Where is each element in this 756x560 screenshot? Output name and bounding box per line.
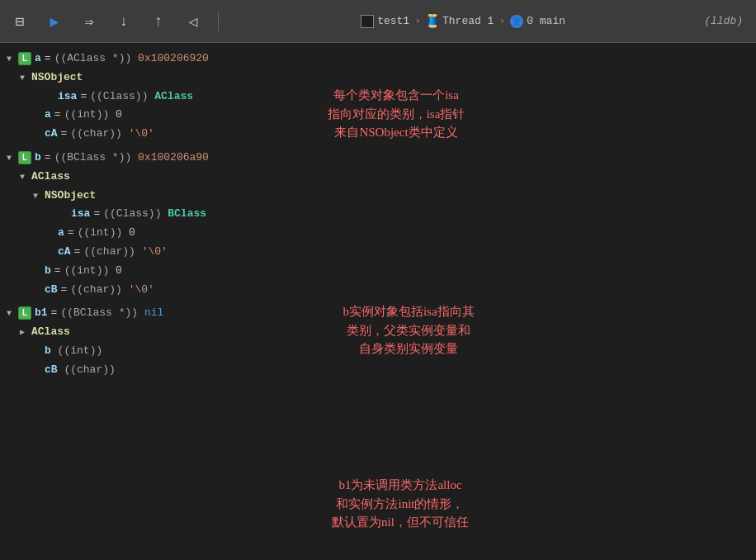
annotation-3: b1为未调用类方法alloc 和实例方法init的情形， 默认置为nil，但不可… [272,476,528,532]
var-value-ca: '\0' [122,126,154,143]
debug-content: L a = ((AClass *)) 0x100206920 NSObject … [0,46,756,383]
var-name-b1: b1 [35,305,48,322]
breadcrumb: test1 › 🧵 Thread 1 › 👤 0 main [361,15,565,28]
var-value-ca2: '\0' [135,244,168,261]
var-value-b: 0x100206a90 [131,149,209,167]
triangle-aclass-b1[interactable] [20,326,30,339]
thread-icon: 🧵 [426,15,439,28]
var-name-a-int: a [45,107,51,124]
dropdown-icon: ⊟ [16,12,25,31]
var-type-a-int: ((int)) [64,107,110,124]
var-value-a2-int: 0 [122,225,135,242]
var-icon-b1: L [18,306,31,320]
var-row-isa-a: isa = ((Class)) AClass [0,88,756,107]
triangle-aclass-b[interactable] [20,171,30,184]
nsobject-a-label: NSObject [31,69,83,87]
breadcrumb-target[interactable]: test1 [361,15,409,28]
var-name-ca: cA [45,126,58,143]
var-row-b1-b: b ((int)) [0,342,756,361]
var-row-b: L b = ((BClass *)) 0x100206a90 [0,149,756,168]
dropdown-button[interactable]: ⊟ [7,8,33,35]
var-name-b1-cb: cB [45,362,58,379]
var-row-isa-b: isa = ((Class)) BClass [0,205,756,224]
toolbar: ⊟ ▶ ⇒ ↓ ↑ ◁ test1 › 🧵 Thread 1 › 👤 0 mai… [0,0,756,43]
step-out-icon: ↑ [154,13,163,30]
var-type-a: ((AClass *)) [54,50,132,68]
var-type-a2-int: ((int)) [78,225,123,242]
step-in-button[interactable]: ↓ [111,8,137,35]
var-value-cb: '\0' [122,282,154,299]
aclass-b-label: AClass [31,168,70,186]
var-row-ca: cA = ((char)) '\0' [0,125,756,144]
var-row-a: L a = ((AClass *)) 0x100206920 [0,50,756,69]
var-value-isa-a: AClass [148,88,193,106]
frame-icon: 👤 [510,15,523,28]
triangle-b[interactable] [7,152,17,165]
var-name-a: a [35,50,41,68]
breadcrumb-frame[interactable]: 👤 0 main [510,15,565,28]
continue-button[interactable]: ▶ [41,8,68,35]
var-type-isa-a: ((Class)) [90,88,148,106]
var-row-cb: cB = ((char)) '\0' [0,281,756,300]
var-row-b1-cb: cB ((char)) [0,361,756,380]
breadcrumb-target-label: test1 [377,15,409,27]
triangle-nsobject-a[interactable] [20,72,30,85]
var-icon-a: L [18,52,31,65]
var-name-a2-int: a [58,225,64,242]
var-name-b-int: b [45,263,51,280]
breadcrumb-frame-label: 0 main [527,15,565,27]
var-type-b: ((BClass *)) [54,149,132,167]
continue-icon: ▶ [50,12,59,31]
var-row-ca2: cA = ((char)) '\0' [0,243,756,262]
var-type-isa-b: ((Class)) [103,206,161,223]
var-row-aclass-b: AClass [0,168,756,187]
breadcrumb-thread-label: Thread 1 [442,15,494,27]
breadcrumb-sep-1: › [414,15,421,27]
var-type-ca2: ((char)) [83,244,135,261]
triangle-nsobject-b[interactable] [33,190,43,203]
var-name-b: b [35,149,41,167]
breadcrumb-thread[interactable]: 🧵 Thread 1 [426,15,494,28]
breakpoint-button[interactable]: ◁ [180,8,206,35]
var-row-a2-int: a = ((int)) 0 [0,224,756,243]
main-panel: L a = ((AClass *)) 0x100206920 NSObject … [0,43,756,560]
var-row-a-int: a = ((int)) 0 [0,106,756,125]
lldb-label: (lldb) [704,15,749,27]
breadcrumb-sep-2: › [498,15,505,27]
var-value-a-int: 0 [109,107,122,124]
step-over-icon: ⇒ [85,12,94,31]
triangle-a[interactable] [7,53,17,66]
var-icon-b: L [18,151,31,164]
triangle-b1[interactable] [7,307,17,320]
var-name-cb: cB [45,282,58,299]
var-type-b-int: ((int)) [64,263,110,280]
var-type-ca: ((char)) [70,126,121,143]
debug-panel: L a = ((AClass *)) 0x100206920 NSObject … [0,43,756,560]
step-in-icon: ↓ [120,13,129,30]
var-name-isa-a: isa [58,88,77,106]
var-type-b1: ((BClass *)) [60,305,138,322]
step-over-button[interactable]: ⇒ [76,8,102,35]
step-out-button[interactable]: ↑ [145,8,172,35]
var-name-b1-b: b [45,343,51,360]
nsobject-b-label: NSObject [45,187,96,205]
var-name-ca2: cA [58,244,71,261]
aclass-b1-label: AClass [31,324,70,341]
var-type-cb: ((char)) [70,282,121,299]
var-value-b-int: 0 [109,263,122,280]
var-name-isa-b: isa [71,206,90,223]
var-value-b1: nil [138,305,163,322]
var-row-aclass-b1: AClass [0,323,756,342]
var-row-b-int: b = ((int)) 0 [0,262,756,281]
var-value-isa-b: BClass [161,206,206,223]
breakpoint-icon: ◁ [189,12,198,31]
target-icon [361,15,374,28]
var-row-b1: L b1 = ((BClass *)) nil [0,304,756,323]
toolbar-divider [218,12,219,31]
var-row-nsobject-b: NSObject [0,187,756,206]
var-row-nsobject-a: NSObject [0,69,756,88]
var-value-a: 0x100206920 [131,50,209,68]
